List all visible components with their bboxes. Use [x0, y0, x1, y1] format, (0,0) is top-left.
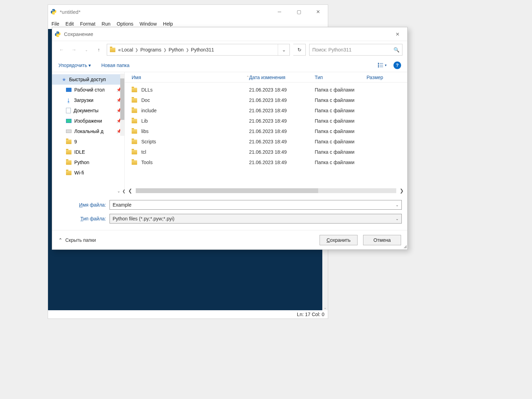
search-input[interactable]: Поиск: Python311 🔍	[309, 44, 402, 56]
file-row[interactable]: include21.06.2023 18:49Папка с файлами	[125, 105, 407, 116]
sidebar-item[interactable]: Рабочий стол📌	[52, 85, 124, 95]
menu-file[interactable]: File	[51, 21, 59, 27]
file-row[interactable]: Doc21.06.2023 18:49Папка с файлами	[125, 95, 407, 105]
hide-folders-toggle[interactable]: ⌃ Скрыть папки	[58, 237, 96, 243]
scroll-down-icon[interactable]: ⌄	[324, 306, 326, 310]
sidebar-expand-icons[interactable]: ⌄ ❮	[117, 189, 125, 193]
folder-icon	[132, 160, 137, 165]
folder-icon	[132, 140, 137, 144]
cancel-button[interactable]: Отмена	[363, 235, 401, 245]
scroll-right-icon[interactable]: ❯	[400, 188, 404, 193]
col-name-header[interactable]: Имя⌃	[132, 75, 249, 80]
menu-run[interactable]: Run	[102, 21, 111, 27]
scroll-track[interactable]	[136, 188, 396, 193]
sidebar-item-label: Python	[74, 160, 89, 165]
save-button[interactable]: Сохранить	[320, 235, 358, 245]
sidebar-item[interactable]: Локальный д📌	[52, 126, 124, 136]
chevron-down-icon[interactable]: ⌄	[396, 217, 399, 221]
breadcrumb-part[interactable]: Python311	[191, 47, 214, 53]
svg-rect-3	[380, 63, 383, 64]
folder-icon	[132, 119, 137, 123]
folder-icon	[132, 98, 137, 103]
nav-forward-button[interactable]: →	[69, 47, 78, 53]
folder-icon	[132, 108, 137, 113]
file-date: 21.06.2023 18:49	[249, 108, 315, 113]
nav-up-button[interactable]: ↑	[94, 47, 103, 53]
svg-rect-4	[380, 65, 383, 65]
search-icon[interactable]: 🔍	[393, 47, 399, 53]
menu-options[interactable]: Options	[117, 21, 133, 27]
filetype-select[interactable]: Python files (*.py;*.pyw;*.pyi)⌄	[110, 214, 402, 224]
file-type: Папка с файлами	[315, 149, 367, 155]
filename-label: Имя файла:	[58, 202, 110, 208]
close-button[interactable]: ✕	[308, 5, 328, 19]
file-name: Lib	[141, 118, 148, 124]
menu-help[interactable]: Help	[163, 21, 173, 27]
file-row[interactable]: Scripts21.06.2023 18:49Папка с файлами	[125, 136, 407, 147]
filename-input[interactable]: Example⌄	[110, 200, 402, 210]
minimize-button[interactable]: ─	[270, 5, 289, 19]
menu-edit[interactable]: Edit	[66, 21, 74, 27]
file-row[interactable]: libs21.06.2023 18:49Папка с файлами	[125, 126, 407, 136]
star-icon: ★	[62, 77, 66, 82]
file-list: DLLs21.06.2023 18:49Папка с файламиDoc21…	[125, 83, 407, 187]
file-name: Doc	[141, 97, 150, 103]
breadcrumb-part[interactable]: Python	[169, 47, 184, 53]
organize-button[interactable]: Упорядочить ▾	[58, 63, 91, 68]
svg-rect-2	[378, 66, 379, 67]
dialog-title: Сохранение	[64, 31, 93, 37]
breadcrumb-dropdown[interactable]: ⌄	[278, 44, 289, 55]
file-row[interactable]: Lib21.06.2023 18:49Папка с файлами	[125, 116, 407, 126]
sidebar: ★Быстрый доступРабочий стол📌⭳Загрузки📌До…	[52, 72, 125, 194]
sidebar-item[interactable]: 9	[52, 136, 124, 147]
sidebar-scrollbar[interactable]	[120, 74, 124, 136]
chevron-down-icon[interactable]: ⌄	[396, 203, 399, 207]
nav-recent-button[interactable]: ⌄	[82, 48, 91, 52]
file-type: Папка с файлами	[315, 160, 367, 165]
file-row[interactable]: Tools21.06.2023 18:49Папка с файлами	[125, 157, 407, 168]
col-date-header[interactable]: Дата изменения	[249, 75, 315, 80]
file-name: include	[141, 108, 156, 113]
col-size-header[interactable]: Размер	[367, 75, 407, 80]
sidebar-item[interactable]: Изображени📌	[52, 116, 124, 126]
breadcrumb-part[interactable]: Programs	[140, 47, 161, 53]
new-folder-button[interactable]: Новая папка	[101, 63, 130, 68]
dialog-close-button[interactable]: ✕	[388, 27, 407, 41]
view-options-button[interactable]: ▾	[378, 63, 387, 68]
scroll-thumb[interactable]	[136, 188, 318, 193]
sidebar-item-label: Локальный д	[74, 129, 103, 134]
sidebar-item-label: Рабочий стол	[74, 87, 105, 93]
sidebar-item[interactable]: Документы📌	[52, 105, 124, 116]
nav-back-button[interactable]: ←	[57, 47, 66, 53]
sidebar-item-label: IDLE	[74, 149, 85, 155]
sidebar-scroll-thumb[interactable]	[120, 78, 124, 120]
sidebar-item[interactable]: ★Быстрый доступ	[52, 74, 124, 85]
list-view-icon	[378, 63, 383, 68]
resize-grip[interactable]: ◢	[403, 244, 407, 249]
col-type-header[interactable]: Тип	[315, 75, 367, 80]
horizontal-scrollbar[interactable]: ❮ ❯	[125, 187, 407, 194]
sidebar-item[interactable]: Python	[52, 157, 124, 168]
svg-rect-1	[378, 65, 379, 66]
help-button[interactable]: ?	[393, 61, 401, 69]
image-icon	[66, 119, 72, 123]
scroll-left-icon[interactable]: ❮	[128, 188, 132, 193]
menu-format[interactable]: Format	[80, 21, 95, 27]
breadcrumb-part[interactable]: Local	[122, 47, 133, 53]
idle-title: *untitled*	[60, 9, 80, 15]
sidebar-item[interactable]: ⭳Загрузки📌	[52, 95, 124, 105]
idle-statusbar: Ln: 17 Col: 0	[48, 310, 328, 319]
breadcrumb[interactable]: « Local ❯ Programs ❯ Python ❯ Python311 …	[107, 44, 290, 56]
maximize-button[interactable]: ▢	[289, 5, 308, 19]
file-row[interactable]: tcl21.06.2023 18:49Папка с файлами	[125, 147, 407, 157]
menu-window[interactable]: Window	[140, 21, 157, 27]
dialog-main: ★Быстрый доступРабочий стол📌⭳Загрузки📌До…	[52, 72, 407, 194]
refresh-button[interactable]: ↻	[293, 44, 306, 56]
python-icon	[55, 31, 60, 37]
file-row[interactable]: DLLs21.06.2023 18:49Папка с файлами	[125, 85, 407, 95]
document-icon	[66, 108, 71, 113]
sidebar-item[interactable]: IDLE	[52, 147, 124, 157]
folder-icon	[132, 88, 137, 92]
sidebar-item[interactable]: Wi-fi	[52, 168, 124, 178]
folder-icon	[110, 48, 115, 52]
